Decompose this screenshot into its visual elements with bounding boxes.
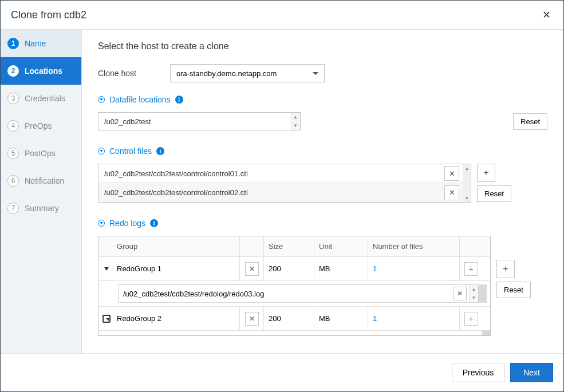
redo-section-header[interactable]: Redo logs i <box>98 219 547 228</box>
redo-group-row: RedoGroup 1 ✕ 200 MB 1 + <box>98 257 490 281</box>
datafile-location-input[interactable]: /u02_cdb2test ▲▼ <box>98 112 301 130</box>
info-icon[interactable]: i <box>156 147 164 155</box>
add-redo-file-button[interactable]: + <box>464 262 478 276</box>
col-num-files: Number of files <box>368 236 459 256</box>
page-heading: Select the host to create a clone <box>98 41 547 52</box>
datafile-section-header[interactable]: Datafile locations i <box>98 95 547 104</box>
add-redo-file-button[interactable]: + <box>464 312 478 326</box>
spin-down-icon[interactable]: ▼ <box>291 121 300 130</box>
remove-control-file-button[interactable]: ✕ <box>444 166 459 181</box>
spin-up-icon[interactable]: ▲ <box>291 113 300 121</box>
spin-down-icon[interactable]: ▼ <box>470 294 478 302</box>
scrollbar[interactable]: ▲▼ <box>463 164 471 202</box>
collapse-icon <box>98 148 105 155</box>
expand-icon[interactable] <box>104 267 109 271</box>
step-name[interactable]: 1Name <box>1 30 81 57</box>
datafile-reset-button[interactable]: Reset <box>513 113 547 130</box>
step-preops[interactable]: 4PreOps <box>1 112 81 140</box>
add-redo-group-button[interactable]: + <box>496 260 515 278</box>
redo-reset-button[interactable]: Reset <box>496 282 531 298</box>
redo-group-row: RedoGroup 2 ✕ 200 MB 1 + <box>98 307 490 331</box>
step-summary[interactable]: 7Summary <box>1 195 81 222</box>
control-file-item[interactable]: /u02_cdb2test/cdb2test/control/control01… <box>98 164 463 183</box>
control-section-header[interactable]: Control files i <box>98 146 547 156</box>
col-group: Group <box>115 242 239 251</box>
step-notification[interactable]: 6Notification <box>1 167 81 195</box>
collapse-icon <box>98 96 105 103</box>
redo-file-row: /u02_cdb2test/cdb2test/redolog/redo03.lo… <box>98 281 490 307</box>
control-file-item[interactable]: /u02_cdb2test/cdb2test/control/control02… <box>98 183 463 202</box>
clone-host-label: Clone host <box>98 69 170 78</box>
expand-icon[interactable] <box>102 315 111 323</box>
spin-up-icon[interactable]: ▲ <box>470 285 478 294</box>
col-size: Size <box>263 236 314 256</box>
next-button[interactable]: Next <box>510 363 553 382</box>
remove-control-file-button[interactable]: ✕ <box>444 185 459 200</box>
delete-redo-group-button[interactable]: ✕ <box>245 312 259 326</box>
delete-redo-group-button[interactable]: ✕ <box>245 262 259 276</box>
dialog-title: Clone from cdb2 <box>11 9 86 21</box>
wizard-sidebar: 1Name 2Locations 3Credentials 4PreOps 5P… <box>1 30 82 353</box>
info-icon[interactable]: i <box>150 219 158 227</box>
add-control-file-button[interactable]: + <box>477 164 495 182</box>
col-unit: Unit <box>314 236 368 256</box>
info-icon[interactable]: i <box>175 96 183 104</box>
previous-button[interactable]: Previous <box>452 363 504 382</box>
chevron-down-icon <box>313 72 318 75</box>
collapse-icon <box>98 220 105 227</box>
control-reset-button[interactable]: Reset <box>477 185 511 202</box>
clone-host-select[interactable]: ora-standby.demo.netapp.com <box>170 64 325 82</box>
delete-redo-file-button[interactable]: ✕ <box>453 287 467 300</box>
step-postops[interactable]: 5PostOps <box>1 140 81 167</box>
control-files-list: /u02_cdb2test/cdb2test/control/control01… <box>98 164 471 203</box>
close-icon[interactable]: ✕ <box>540 9 553 21</box>
step-credentials[interactable]: 3Credentials <box>1 85 81 112</box>
step-locations[interactable]: 2Locations <box>1 57 81 85</box>
redo-logs-table: Group Size Unit Number of files RedoGrou… <box>98 236 491 336</box>
